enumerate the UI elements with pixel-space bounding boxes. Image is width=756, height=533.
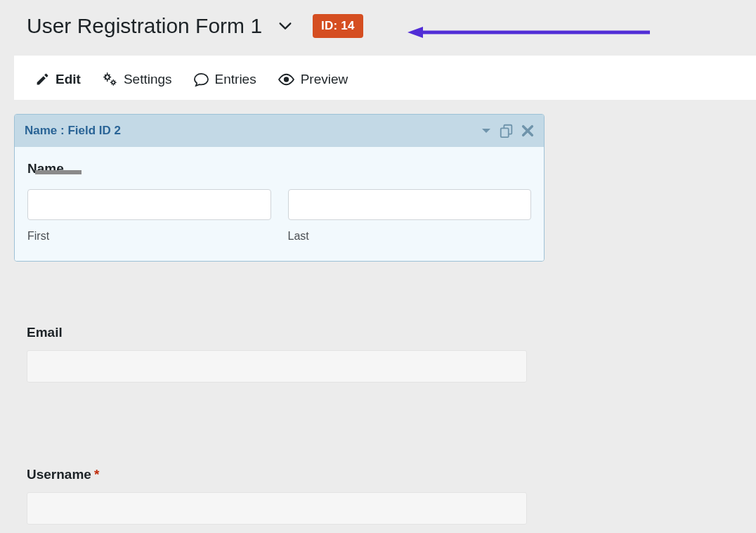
active-tab-underline (35, 170, 82, 174)
last-name-sublabel: Last (288, 230, 532, 243)
caret-down-icon (481, 127, 492, 135)
first-name-sublabel: First (27, 230, 271, 243)
tab-bar: Edit Settings Entries (14, 56, 756, 100)
collapse-toggle[interactable] (481, 127, 492, 135)
close-icon (521, 124, 534, 137)
edit-icon (35, 72, 50, 86)
tab-label: Entries (215, 72, 256, 87)
field-username: Username* (27, 467, 527, 525)
svg-point-5 (284, 77, 289, 82)
duplicate-field-button[interactable] (499, 123, 514, 139)
svg-marker-1 (408, 27, 423, 38)
field-card-title: Name : Field ID 2 (25, 124, 121, 138)
field-label: Name (27, 161, 531, 176)
eye-icon (278, 72, 295, 86)
tab-label: Settings (124, 72, 172, 87)
tab-entries[interactable]: Entries (193, 71, 256, 87)
page-header: User Registration Form 1 ID: 14 (0, 0, 756, 56)
chevron-down-icon (278, 18, 293, 34)
tab-preview[interactable]: Preview (278, 72, 348, 87)
tab-settings[interactable]: Settings (102, 71, 172, 87)
username-label: Username* (27, 467, 527, 482)
last-name-input[interactable] (288, 189, 532, 220)
username-input[interactable] (27, 492, 527, 525)
annotation-arrow (408, 25, 653, 39)
svg-rect-7 (501, 128, 509, 137)
field-card-header: Name : Field ID 2 (15, 115, 544, 147)
field-card-name[interactable]: Name : Field ID 2 Name (14, 114, 545, 262)
first-name-input[interactable] (27, 189, 271, 220)
required-marker: * (94, 467, 99, 482)
field-email: Email (27, 325, 527, 383)
form-id-badge: ID: 14 (313, 14, 363, 38)
tab-label: Edit (56, 72, 81, 87)
form-switcher-chevron[interactable] (278, 18, 293, 34)
email-input[interactable] (27, 350, 527, 383)
field-card-body: Name First Last (15, 147, 544, 261)
page-title: User Registration Form 1 (27, 14, 262, 38)
duplicate-icon (499, 123, 514, 139)
email-label: Email (27, 325, 527, 340)
speech-bubble-icon (193, 71, 209, 87)
tab-label: Preview (301, 72, 348, 87)
tab-edit[interactable]: Edit (35, 72, 81, 87)
gears-icon (102, 71, 118, 87)
username-label-text: Username (27, 467, 91, 482)
delete-field-button[interactable] (521, 124, 534, 137)
